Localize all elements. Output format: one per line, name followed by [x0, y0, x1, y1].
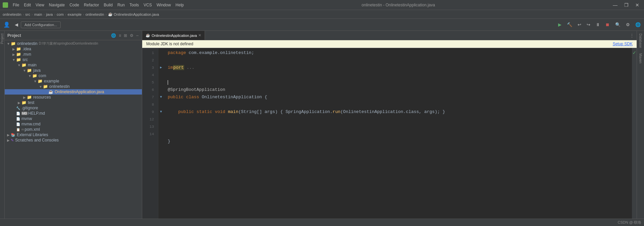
code-line-2: [168, 57, 628, 64]
code-line-1: package com.example.onlinetestin;: [168, 49, 628, 57]
main-java-label: OnlinetestinApplication.java: [55, 90, 104, 94]
tree-item-test[interactable]: ▶ 📁 test: [5, 100, 142, 105]
add-configuration-button[interactable]: Add Configuration...: [21, 21, 61, 28]
breadcrumb-example[interactable]: example: [68, 12, 82, 16]
tree-item-mvnw[interactable]: 📄 mvnw: [5, 116, 142, 121]
tree-item-example[interactable]: ▼ 📁 example: [5, 78, 142, 84]
breadcrumb-filename: OnlinetestinApplication.java: [114, 12, 159, 16]
project-strip-label[interactable]: Project: [0, 31, 5, 47]
menu-view[interactable]: View: [34, 2, 46, 8]
pkg-arrow-icon: ▼: [38, 85, 43, 89]
menu-run[interactable]: Run: [115, 2, 127, 8]
warning-text: Module JDK is not defined: [146, 42, 193, 46]
tree-item-java-dir[interactable]: ▼ 📁 java: [5, 68, 142, 73]
gutter-7: ▼: [158, 94, 164, 101]
tree-item-gitignore[interactable]: 🔧 .gitignore: [5, 105, 142, 111]
mvnwcmd-label: mvnw.cmd: [21, 122, 41, 126]
code-line-3: import ...: [168, 64, 628, 71]
menu-file[interactable]: File: [11, 2, 21, 8]
extlibs-arrow-icon: ▶: [6, 133, 11, 137]
maven-tab[interactable]: Maven: [638, 51, 643, 66]
hide-panel-icon[interactable]: –: [136, 33, 139, 39]
tab-main-java[interactable]: ☕ OnlinetestinApplication.java ✕: [142, 31, 205, 40]
settings-icon[interactable]: ⚙: [624, 21, 632, 29]
tab-filename: OnlinetestinApplication.java: [152, 34, 197, 38]
minimize-button[interactable]: —: [611, 2, 620, 8]
tree-item-resources[interactable]: ▶ 📁 resources: [5, 95, 142, 100]
code-line-11: [168, 123, 628, 130]
setup-sdk-button[interactable]: Setup SDK: [613, 42, 633, 46]
breadcrumb-onlinetestin[interactable]: onlinetestin: [86, 12, 104, 16]
mvn-arrow-icon: ▶: [11, 53, 16, 56]
breadcrumb-src[interactable]: src: [25, 12, 30, 16]
tree-item-com[interactable]: ▼ 📁 com: [5, 73, 142, 78]
gutter-2: [158, 57, 164, 64]
breadcrumb-main[interactable]: main: [34, 12, 42, 16]
breadcrumb-com[interactable]: com: [57, 12, 64, 16]
search-icon[interactable]: 🔍: [613, 21, 623, 29]
back-icon[interactable]: ◀: [13, 21, 20, 29]
gutter-5: [158, 79, 164, 86]
status-right: CSDN @·联络: [618, 220, 641, 225]
tab-more-button[interactable]: ⋮: [627, 33, 637, 38]
build-button[interactable]: 🔨: [565, 21, 574, 29]
scope-icon[interactable]: 🌐: [110, 33, 117, 39]
stop-button[interactable]: ⏹: [603, 21, 612, 29]
menu-window[interactable]: Window: [155, 2, 173, 8]
resources-arrow-icon: ▶: [22, 96, 27, 99]
tree-item-extlibs[interactable]: ▶ 📚 External Libraries: [5, 132, 142, 137]
database-tab[interactable]: Database: [638, 31, 643, 51]
code-content[interactable]: package com.example.onlinetestin; import…: [164, 48, 632, 219]
update-icon[interactable]: 🌐: [633, 21, 643, 29]
tree-item-main[interactable]: ▼ 📁 main: [5, 62, 142, 68]
scratches-icon: ✎: [11, 138, 14, 143]
tree-item-scratches[interactable]: ▶ ✎ Scratches and Consoles: [5, 137, 142, 143]
tree-item-helpmd[interactable]: 📄 MDHELP.md: [5, 111, 142, 116]
menu-build[interactable]: Build: [102, 2, 115, 8]
menu-code[interactable]: Code: [67, 2, 81, 8]
redo-button[interactable]: ↪: [585, 21, 592, 29]
com-arrow-icon: ▼: [28, 74, 32, 78]
layout-icon[interactable]: ⊞: [123, 33, 128, 39]
tree-item-main-java[interactable]: ☕ OnlinetestinApplication.java: [5, 89, 142, 95]
run-button[interactable]: ▶: [556, 21, 564, 29]
pause-button[interactable]: ⏸: [594, 21, 602, 29]
pomxml-label: mpom.xml: [21, 127, 40, 132]
collapse-all-icon[interactable]: ≡: [118, 33, 122, 39]
menu-edit[interactable]: Edit: [22, 2, 33, 8]
menu-help[interactable]: Help: [173, 2, 186, 8]
no-errors-icon: ✓: [633, 49, 636, 57]
main-folder-icon: 📁: [21, 63, 26, 67]
tree-item-src[interactable]: ▼ 📁 src: [5, 57, 142, 62]
fold-import-icon[interactable]: ▶: [160, 64, 162, 71]
fold-class-icon[interactable]: ▼: [160, 94, 162, 101]
tree-item-onlinetestin-pkg[interactable]: ▼ 📁 onlinetestin: [5, 84, 142, 89]
tab-close-button[interactable]: ✕: [198, 33, 201, 38]
fold-method-icon[interactable]: ▼: [160, 108, 162, 116]
menu-tools[interactable]: Tools: [127, 2, 141, 8]
tree-item-mvnwcmd[interactable]: 📄 mvnw.cmd: [5, 121, 142, 127]
maximize-button[interactable]: ❐: [622, 2, 631, 8]
editor-tabs: ☕ OnlinetestinApplication.java ✕ ⋮: [142, 31, 637, 40]
tree-item-idea[interactable]: ▶ 📁 .idea: [5, 46, 142, 52]
line-numbers: 1 2 3 4 5 6 7 8 9 12 13 14: [142, 48, 158, 219]
src-folder-icon: 📁: [16, 57, 21, 62]
test-folder-icon: 📁: [21, 100, 26, 105]
tree-item-pomxml[interactable]: 📋 mpom.xml: [5, 127, 142, 132]
breadcrumb-java[interactable]: java: [46, 12, 53, 16]
breadcrumb-file[interactable]: ☕ OnlinetestinApplication.java: [108, 12, 159, 16]
settings-panel-icon[interactable]: ⚙: [129, 33, 134, 39]
code-editor[interactable]: 1 2 3 4 5 6 7 8 9 12 13 14 ▶: [142, 48, 637, 219]
window-title: onlinetestin - OnlinetestinApplication.j…: [186, 3, 611, 7]
avatar-icon[interactable]: 👤: [1, 20, 12, 29]
right-gutter: ✓: [632, 48, 637, 219]
close-button[interactable]: ✕: [633, 2, 641, 8]
breadcrumb-project[interactable]: onlinetestin: [3, 12, 21, 16]
menu-navigate[interactable]: Navigate: [47, 2, 67, 8]
tree-item-root[interactable]: ▼ 📁 onlinetestin D:\学习案例\springbootDom\o…: [5, 41, 142, 46]
menu-refactor[interactable]: Refactor: [82, 2, 101, 8]
menu-vcs[interactable]: VCS: [142, 2, 154, 8]
undo-button[interactable]: ↩: [576, 21, 583, 29]
tree-item-mvn[interactable]: ▶ 📁 .mvn: [5, 52, 142, 57]
project-panel-header: Project 🌐 ≡ ⊞ ⚙ –: [5, 31, 142, 40]
